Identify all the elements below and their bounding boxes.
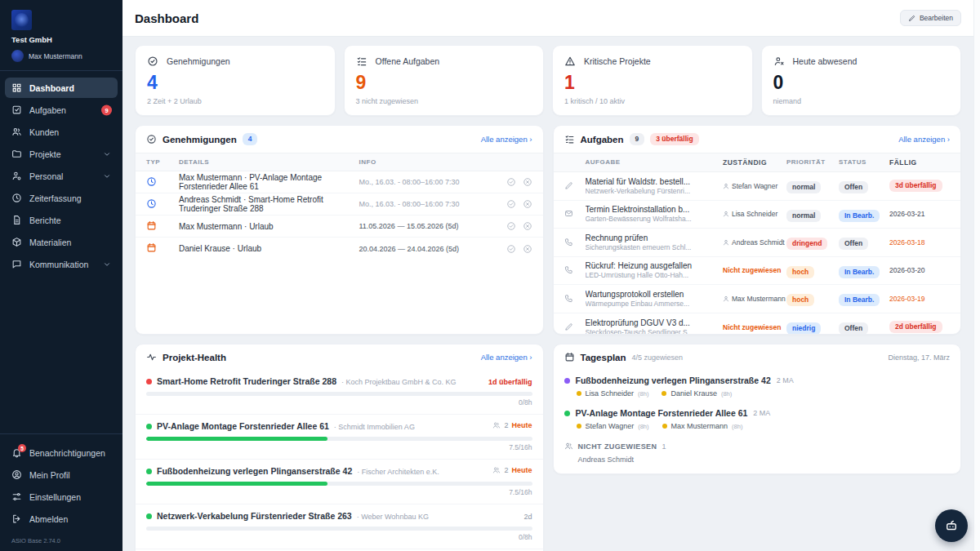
calendar-icon xyxy=(564,352,575,362)
stat-card-genehmigungen[interactable]: Genehmigungen 4 2 Zeit + 2 Urlaub xyxy=(135,45,336,116)
stat-card-offene-aufgaben[interactable]: Offene Aufgaben 9 3 nicht zugewiesen xyxy=(344,45,545,116)
customers-icon xyxy=(11,127,22,137)
users-icon xyxy=(492,421,501,429)
pencil-icon xyxy=(908,15,915,22)
approval-info: Mo., 16.03. - 08:00–16:00 7:30 xyxy=(359,200,498,208)
project-status-dot xyxy=(564,378,570,384)
stat-label: Kritische Projekte xyxy=(584,56,651,66)
sidebar-item-personal[interactable]: Personal xyxy=(5,166,118,186)
task-assignee: Lisa Schneider xyxy=(732,210,777,218)
task-row[interactable]: Wartungsprotokoll erstellenWärmepumpe Ei… xyxy=(554,285,961,313)
check-circle-icon xyxy=(146,134,157,144)
sidebar-item-aufgaben[interactable]: Aufgaben 9 xyxy=(5,100,118,120)
progress-bar xyxy=(146,437,532,441)
tasks-count-badge: 9 xyxy=(630,133,645,145)
reject-icon[interactable] xyxy=(523,244,532,254)
assistant-fab-button[interactable] xyxy=(935,509,968,542)
sidebar-item-mein-profil[interactable]: Mein Profil xyxy=(5,464,118,485)
tasks-overdue-badge: 3 überfällig xyxy=(650,133,698,145)
task-row[interactable]: Material für Waldstr. bestell...Netzwerk… xyxy=(554,172,961,201)
sidebar-item-dashboard[interactable]: Dashboard xyxy=(5,78,118,98)
priority-badge: dringend xyxy=(786,238,827,250)
approval-row[interactable]: Max Mustermann · Urlaub 11.05.2026 — 15.… xyxy=(136,216,543,238)
approve-icon[interactable] xyxy=(506,244,516,254)
dayplan-item[interactable]: PV-Anlage Montage Forstenrieder Allee 61… xyxy=(554,402,961,435)
dayplan-date: Dienstag, 17. März xyxy=(888,353,950,362)
approval-info: 11.05.2026 — 15.05.2026 (5d) xyxy=(359,222,498,230)
approvals-panel: Genehmigungen 4 Alle anzeigen › Typ Deta… xyxy=(135,125,544,335)
task-title: Termin Elektroinstallation b... xyxy=(586,205,719,214)
app-version: ASIO Base 2.74.0 xyxy=(5,531,118,544)
company-logo xyxy=(11,10,32,30)
project-hours: 7.5/16h xyxy=(146,488,532,496)
sidebar-item-zeiterfassung[interactable]: Zeiterfassung xyxy=(5,188,118,208)
sidebar-item-label: Kommunikation xyxy=(29,260,88,269)
task-row[interactable]: Rückruf: Heizung ausgefallenLED-Umrüstun… xyxy=(554,257,961,286)
page-scrollbar[interactable] xyxy=(973,0,980,551)
tasks-count-badge: 9 xyxy=(101,104,112,115)
project-row[interactable]: Smart-Home Retrofit Truderinger Straße 2… xyxy=(136,370,543,415)
approve-icon[interactable] xyxy=(506,199,516,209)
project-hours: 7.5/16h xyxy=(146,443,532,451)
stat-sub: niemand xyxy=(773,97,950,105)
topbar: Dashboard Bearbeiten xyxy=(122,0,973,37)
sidebar-item-projekte[interactable]: Projekte xyxy=(5,144,118,164)
approve-icon[interactable] xyxy=(506,177,516,187)
approval-row[interactable]: Andreas Schmidt · Smart-Home Retrofit Tr… xyxy=(136,193,543,216)
stat-value: 9 xyxy=(356,73,532,92)
dayplan-person: Max Mustermann(8h) xyxy=(662,422,743,430)
sidebar-item-kommunikation[interactable]: Kommunikation xyxy=(5,254,118,274)
approve-icon[interactable] xyxy=(506,221,516,231)
user-icon xyxy=(723,211,729,217)
sidebar-item-label: Zeiterfassung xyxy=(29,193,82,203)
sidebar-item-abmelden[interactable]: Abmelden xyxy=(5,509,118,529)
progress-bar xyxy=(146,527,532,531)
project-row[interactable]: PV-Anlage Montage Forstenrieder Allee 61… xyxy=(136,415,543,460)
approvals-table-header: Typ Details Info xyxy=(136,153,543,171)
sidebar-item-label: Benachrichtigungen xyxy=(29,448,105,458)
pencil-icon xyxy=(564,181,573,190)
project-row[interactable]: Netzwerk-Verkabelung Fürstenrieder Straß… xyxy=(136,504,543,549)
reject-icon[interactable] xyxy=(523,221,532,231)
stat-sub: 1 kritisch / 10 aktiv xyxy=(564,97,741,105)
task-row[interactable]: Elektroprüfung DGUV V3 d...Steckdosen-Ta… xyxy=(554,313,961,335)
sidebar-item-einstellungen[interactable]: Einstellungen xyxy=(5,487,118,507)
chevron-down-icon xyxy=(103,260,111,269)
reject-icon[interactable] xyxy=(523,199,532,209)
sidebar-item-label: Projekte xyxy=(29,149,61,159)
sidebar-item-materialien[interactable]: Materialien xyxy=(5,232,118,252)
sidebar-item-benachrichtigungen[interactable]: 5 Benachrichtigungen xyxy=(5,442,118,463)
priority-badge: hoch xyxy=(786,266,814,278)
tasks-panel: Aufgaben 9 3 überfällig Alle anzeigen › … xyxy=(553,125,962,335)
stat-label: Heute abwesend xyxy=(793,56,858,66)
sidebar-item-kunden[interactable]: Kunden xyxy=(5,122,118,142)
projects-see-all-link[interactable]: Alle anzeigen › xyxy=(481,353,532,362)
reject-icon[interactable] xyxy=(523,177,532,187)
approval-row[interactable]: Max Mustermann · PV-Anlage Montage Forst… xyxy=(136,171,543,193)
task-row[interactable]: Termin Elektroinstallation b...Garten-Be… xyxy=(554,201,961,229)
progress-bar xyxy=(146,482,532,486)
stat-card-kritische-projekte[interactable]: Kritische Projekte 1 1 kritisch / 10 akt… xyxy=(552,45,753,116)
project-row[interactable]: Fußbodenheizung verlegen Plinganserstraß… xyxy=(136,460,543,504)
due-badge: 3d überfällig xyxy=(889,180,942,192)
stat-value: 4 xyxy=(147,73,323,92)
stat-card-heute-abwesend[interactable]: Heute abwesend 0 niemand xyxy=(761,45,962,116)
task-row[interactable]: Rechnung prüfenSicherungskasten erneuern… xyxy=(554,229,961,257)
phone-icon xyxy=(564,238,573,247)
task-assignee: Nicht zugewiesen xyxy=(723,323,786,331)
user-icon xyxy=(723,295,729,302)
stat-sub: 2 Zeit + 2 Urlaub xyxy=(147,97,323,105)
dayplan-item[interactable]: Fußbodenheizung verlegen Plinganserstraß… xyxy=(554,370,961,402)
project-name: Smart-Home Retrofit Truderinger Straße 2… xyxy=(157,376,336,386)
project-client: Fischer Architekten e.K. xyxy=(357,468,488,476)
approvals-see-all-link[interactable]: Alle anzeigen › xyxy=(481,135,532,144)
sidebar-item-berichte[interactable]: Berichte xyxy=(5,210,118,230)
edit-button[interactable]: Bearbeiten xyxy=(900,10,961,26)
approval-row[interactable]: Daniel Krause · Urlaub 20.04.2026 — 24.0… xyxy=(136,238,543,260)
tasks-see-all-link[interactable]: Alle anzeigen › xyxy=(898,135,950,144)
robot-icon xyxy=(944,518,959,533)
project-name: PV-Anlage Montage Forstenrieder Allee 61 xyxy=(157,421,329,431)
current-user[interactable]: Max Mustermann xyxy=(11,50,111,62)
list-check-icon xyxy=(356,56,368,67)
dayplan-person: Lisa Schneider(8h) xyxy=(577,389,649,398)
